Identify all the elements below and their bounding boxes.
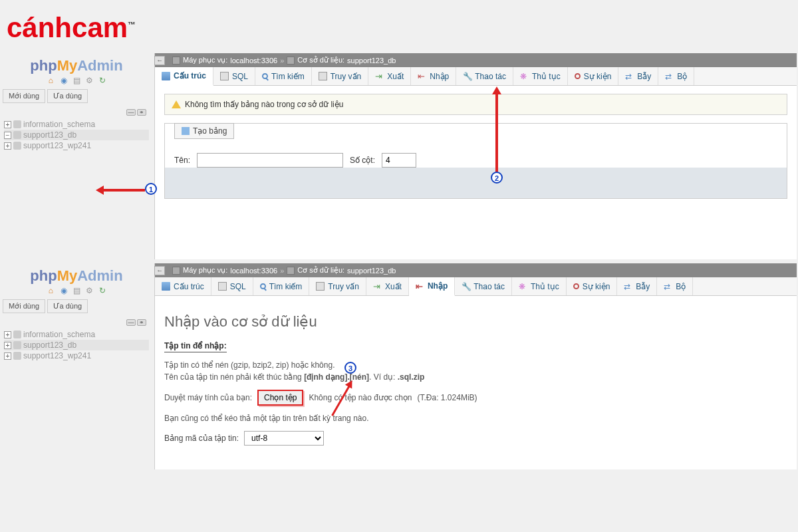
breadcrumb-db[interactable]: support123_db (347, 267, 396, 275)
notice-no-tables: Không tìm thấy bảng nào trong cơ sở dữ l… (164, 94, 787, 115)
annotation-badge-2: 2 (491, 172, 503, 184)
database-icon (287, 267, 295, 275)
home-icon[interactable]: ⌂ (46, 76, 55, 85)
warning-icon (172, 100, 181, 108)
tab-events[interactable]: Sự kiện (568, 67, 619, 85)
tab-search[interactable]: Tìm kiếm (255, 67, 312, 85)
tab-search[interactable]: Tìm kiếm (253, 277, 310, 295)
drag-hint: Bạn cũng có thể kéo thả một tập tin trên… (164, 412, 787, 424)
table-name-input[interactable] (197, 153, 343, 168)
tree-item-support123-wp241[interactable]: +support123_wp241 (4, 140, 149, 151)
no-file-label: Không có tệp nào được chọn (309, 393, 412, 402)
tab-operations[interactable]: 🔧Thao tác (455, 277, 512, 295)
browse-label: Duyệt máy tính của bạn: (164, 393, 252, 402)
tab-import[interactable]: ⇤Nhập (409, 277, 455, 296)
logout-icon[interactable]: ◉ (59, 286, 68, 295)
tree-item-information-schema[interactable]: +information_schema (4, 329, 149, 340)
max-size-label: (T.Đa: 1.024MiB) (418, 393, 477, 402)
file-section-heading: Tập tin để nhập: (164, 341, 227, 352)
docs-icon[interactable]: ▤ (72, 286, 81, 295)
tab-triggers[interactable]: ⇄Bẫy (617, 277, 657, 295)
tab-export[interactable]: ⇥Xuất (368, 67, 411, 85)
tab-more[interactable]: ⇄Bộ (658, 67, 694, 85)
choose-file-button[interactable]: Chọn tệp (257, 390, 303, 406)
link-icon[interactable]: ⚭ (137, 319, 146, 326)
tab-events[interactable]: Sự kiện (567, 277, 618, 295)
tab-operations[interactable]: 🔧Thao tác (456, 67, 513, 85)
tab-bar-2: Cấu trúc SQL Tìm kiếm Truy vấn ⇥Xuất ⇤Nh… (155, 277, 797, 296)
file-hint-1: Tập tin có thể nén (gzip, bzip2, zip) ho… (164, 359, 787, 371)
reload-icon[interactable]: ↻ (98, 286, 107, 295)
tab-import[interactable]: ⇤Nhập (411, 67, 456, 85)
tab-more[interactable]: ⇄Bộ (657, 277, 693, 295)
recent-button[interactable]: Mới dùng (3, 89, 45, 103)
breadcrumb-server[interactable]: localhost:3306 (230, 267, 277, 275)
cols-label: Số cột: (350, 156, 375, 165)
main-panel-2: ← Máy phục vụ: localhost:3306 » Cơ sở dữ… (154, 263, 797, 469)
tab-bar-1: Cấu trúc SQL Tìm kiếm Truy vấn ⇥Xuất ⇤Nh… (155, 67, 797, 86)
tab-sql[interactable]: SQL (211, 277, 253, 295)
home-icon[interactable]: ⌂ (46, 286, 55, 295)
tab-routines[interactable]: ❋Thủ tục (512, 277, 567, 295)
breadcrumb: Máy phục vụ: localhost:3306 » Cơ sở dữ l… (155, 263, 797, 277)
tab-sql[interactable]: SQL (213, 67, 255, 85)
create-table-button[interactable]: Tạo bảng (174, 123, 234, 139)
table-new-icon (182, 127, 190, 135)
tree-item-support123-db[interactable]: +support123_db (4, 340, 149, 350)
docs-icon[interactable]: ▤ (72, 76, 81, 85)
settings-icon[interactable]: ⚙ (84, 286, 94, 295)
table-cols-input[interactable] (382, 153, 416, 168)
tab-structure[interactable]: Cấu trúc (155, 277, 211, 295)
reload-icon[interactable]: ↻ (98, 76, 107, 85)
recent-button[interactable]: Mới dùng (3, 299, 45, 313)
tree-item-information-schema[interactable]: +information_schema (4, 119, 149, 130)
phpmyadmin-logo: phpMyAdmin (0, 53, 153, 76)
db-tree: +information_schema −support123_db +supp… (0, 118, 153, 152)
annotation-badge-1: 1 (145, 183, 157, 195)
tab-query[interactable]: Truy vấn (309, 277, 366, 295)
server-icon (172, 267, 180, 275)
import-title: Nhập vào cơ sở dữ liệu (164, 304, 787, 341)
tab-export[interactable]: ⇥Xuất (366, 277, 409, 295)
db-tree: +information_schema +support123_db +supp… (0, 328, 153, 362)
server-icon (172, 57, 180, 65)
sidebar-panel-1: phpMyAdmin ⌂ ◉ ▤ ⚙ ↻ Mới dùng Ưa dùng —⚭… (0, 53, 153, 259)
brand-logo: cánhcam™ (7, 12, 136, 44)
tree-item-support123-wp241[interactable]: +support123_wp241 (4, 350, 149, 361)
tree-item-support123-db[interactable]: −support123_db (4, 130, 149, 140)
tab-structure[interactable]: Cấu trúc (155, 67, 213, 86)
collapse-icon[interactable]: — (126, 319, 136, 326)
nav-back-icon[interactable]: ← (154, 56, 165, 65)
charset-label: Bảng mã của tập tin: (164, 434, 239, 443)
tab-query[interactable]: Truy vấn (312, 67, 369, 85)
create-table-group: Tạo bảng Tên: Số cột: (164, 123, 787, 199)
charset-select[interactable]: utf-8 (244, 431, 324, 446)
collapse-icon[interactable]: — (126, 109, 136, 116)
logout-icon[interactable]: ◉ (59, 76, 68, 85)
tab-triggers[interactable]: ⇄Bẫy (618, 67, 658, 85)
favorites-button[interactable]: Ưa dùng (47, 299, 88, 313)
breadcrumb-server[interactable]: localhost:3306 (230, 57, 277, 65)
favorites-button[interactable]: Ưa dùng (47, 89, 88, 103)
database-icon (287, 57, 295, 65)
file-hint-2: Tên của tập tin nén phải kết thúc bằng [… (164, 371, 787, 383)
breadcrumb-db[interactable]: support123_db (347, 57, 396, 65)
main-panel-1: ← Máy phục vụ: localhost:3306 » Cơ sở dữ… (154, 53, 797, 259)
annotation-badge-3: 3 (344, 362, 356, 374)
tab-routines[interactable]: ❋Thủ tục (513, 67, 568, 85)
breadcrumb: Máy phục vụ: localhost:3306 » Cơ sở dữ l… (155, 53, 797, 67)
sidebar-panel-2: phpMyAdmin ⌂ ◉ ▤ ⚙ ↻ Mới dùng Ưa dùng —⚭… (0, 263, 153, 469)
link-icon[interactable]: ⚭ (137, 109, 146, 116)
nav-back-icon[interactable]: ← (154, 266, 165, 275)
name-label: Tên: (174, 156, 190, 165)
settings-icon[interactable]: ⚙ (84, 76, 94, 85)
phpmyadmin-logo: phpMyAdmin (0, 263, 153, 286)
